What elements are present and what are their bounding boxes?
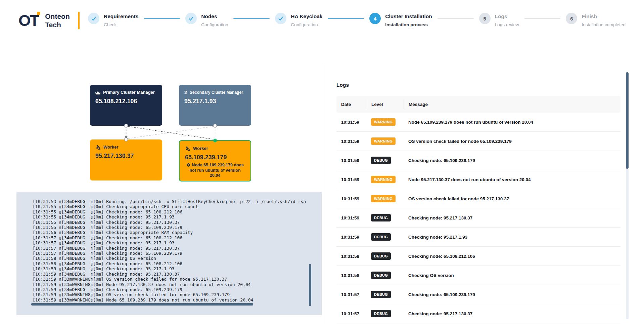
brand-wordmark: Onteon Tech (45, 12, 70, 29)
terminal-line: [10:31:55 ▯[34mDEBUG ▯[0m] Checking appr… (33, 204, 306, 209)
log-date: 10:31:59 (336, 177, 367, 182)
step-title: Logs (495, 13, 519, 19)
terminal-line: [10:31:59 ▯[33mWARNING▯[0m] OS version c… (33, 277, 306, 282)
log-date: 10:31:59 (336, 120, 367, 125)
step-connector (144, 18, 180, 19)
log-table-row: 10:31:58DEBUGChecking node: 65.108.212.1… (336, 247, 620, 266)
log-message: OS version check failed for node 95.217.… (404, 196, 620, 201)
terminal-lines: [10:31:53 ▯[34mDEBUG ▯[0m] Running: /usr… (33, 199, 306, 302)
node-role: 2Secondary Cluster Manager (184, 90, 246, 95)
step-connector (524, 18, 561, 19)
check-icon (278, 16, 283, 21)
step-subtitle: Installation process (385, 22, 432, 27)
stepper-step-finish[interactable]: 6Finish Installation completed (566, 13, 626, 27)
log-level-badge: DEBUG (371, 157, 391, 164)
terminal-line: [10:31:57 ▯[34mDEBUG ▯[0m] Checking node… (33, 251, 306, 256)
log-table-row: 10:31:57DEBUGChecking node: 95.217.130.3… (336, 304, 620, 323)
node-role: Worker (185, 146, 245, 151)
terminal-line: [10:31:59 ▯[33mWARNING▯[0m] OS version c… (33, 292, 306, 297)
log-message: Checking OS version (404, 273, 620, 278)
worker-icon (95, 145, 101, 150)
gear-icon (186, 163, 191, 167)
log-level-cell: WARNING (367, 118, 404, 126)
stepper-step-nodes[interactable]: Nodes Configuration (185, 13, 228, 27)
logs-table-body: 10:31:59WARNINGNode 65.109.239.179 does … (336, 113, 620, 323)
log-table-row: 10:31:59WARNINGOS version check failed f… (336, 132, 620, 151)
brand-name-line1: Onteon (45, 12, 70, 21)
step-number-circle: 5 (479, 13, 491, 24)
step-check-circle (88, 13, 99, 24)
log-date: 10:31:58 (336, 273, 367, 278)
logs-scrollbar-thumb[interactable] (626, 72, 629, 169)
log-message: Checking node: 95.217.130.37 (404, 215, 620, 220)
log-message: OS version check failed for node 65.109.… (404, 139, 620, 144)
step-connector (233, 18, 270, 19)
header: OT Onteon Tech Requirements CheckNodes C… (0, 0, 644, 42)
log-level-badge: WARNING (371, 195, 396, 202)
log-level-cell: WARNING (367, 137, 404, 145)
log-level-cell: DEBUG (367, 252, 404, 260)
brand-accent-square (37, 12, 40, 15)
stepper-step-ha-keycloak[interactable]: HA Keycloak Configuration (275, 13, 322, 27)
stepper: Requirements CheckNodes ConfigurationHA … (88, 13, 626, 27)
step-subtitle: Check (104, 22, 138, 27)
step-subtitle: Configuration (291, 22, 322, 27)
terminal-line: [10:31:59 ▯[34mDEBUG ▯[0m] Checking node… (33, 272, 306, 277)
log-level-badge: DEBUG (371, 310, 391, 317)
log-level-cell: DEBUG (367, 291, 404, 298)
node-card-65.108.212.106[interactable]: Primary Cluster Manager65.108.212.106 (90, 85, 162, 126)
terminal-line: [10:31:58 ▯[34mDEBUG ▯[0m] Checking OS v… (33, 256, 306, 261)
step-title: HA Keycloak (291, 13, 322, 19)
logs-table-header: Date Level Message (336, 96, 620, 113)
terminal-line: [10:31:55 ▯[34mDEBUG ▯[0m] Checking node… (33, 225, 306, 230)
log-level-badge: DEBUG (371, 252, 391, 260)
node-card-95.217.130.37[interactable]: Worker95.217.130.37 (90, 139, 162, 180)
log-level-badge: WARNING (371, 137, 396, 145)
log-table-row: 10:31:59DEBUGChecking node: 95.217.1.93 (336, 228, 620, 247)
terminal-line: [10:31:59 ▯[33mWARNING▯[0m] Node 95.217.… (33, 282, 306, 287)
log-date: 10:31:57 (336, 292, 367, 297)
log-level-badge: DEBUG (371, 291, 391, 298)
node-ip: 65.108.212.106 (95, 98, 157, 105)
log-message: Checking node: 95.217.130.37 (404, 311, 620, 316)
node-card-95.217.1.93[interactable]: 2Secondary Cluster Manager95.217.1.93 (179, 85, 251, 126)
log-level-badge: DEBUG (371, 214, 391, 221)
log-level-badge: WARNING (371, 176, 396, 183)
terminal-line: [10:31:55 ▯[34mDEBUG ▯[0m] Checking node… (33, 214, 306, 219)
log-level-badge: DEBUG (371, 272, 391, 279)
log-date: 10:31:58 (336, 254, 367, 259)
log-level-cell: WARNING (367, 176, 404, 183)
terminal-line: [10:31:59 ▯[34mDEBUG ▯[0m] Checking node… (33, 266, 306, 271)
terminal-line: [10:31:55 ▯[34mDEBUG ▯[0m] Checking node… (33, 220, 306, 225)
log-date: 10:31:59 (336, 235, 367, 240)
log-level-badge: DEBUG (371, 233, 391, 241)
log-message: Checking node: 95.217.1.93 (404, 235, 620, 240)
terminal-horizontal-scrollbar[interactable] (31, 303, 253, 306)
log-table-row: 10:31:57DEBUGChecking node: 65.109.239.1… (336, 285, 620, 304)
step-subtitle: Installation completed (582, 22, 626, 27)
terminal-line: [10:31:58 ▯[34mDEBUG ▯[0m] Checking node… (33, 261, 306, 266)
node-card-65.109.239.179[interactable]: Worker65.109.239.179Node 65.109.239.179 … (179, 140, 251, 181)
step-subtitle: Logs review (495, 22, 519, 27)
stepper-step-logs[interactable]: 5Logs Logs review (479, 13, 519, 27)
terminal-log[interactable]: [10:31:53 ▯[34mDEBUG ▯[0m] Running: /usr… (16, 192, 322, 315)
check-icon (91, 16, 96, 21)
brand-logo: OT Onteon Tech (18, 11, 80, 30)
stepper-step-requirements[interactable]: Requirements Check (88, 13, 138, 27)
brand-mark: OT (18, 11, 38, 30)
terminal-vertical-scrollbar[interactable] (309, 264, 311, 306)
log-date: 10:31:57 (336, 311, 367, 316)
step-title: Finish (582, 13, 626, 19)
log-table-row: 10:31:59DEBUGChecking node: 95.217.130.3… (336, 208, 620, 228)
step-number-circle: 6 (566, 13, 577, 24)
step-title: Cluster Installation (385, 13, 432, 19)
check-icon (189, 16, 193, 21)
log-level-cell: WARNING (367, 195, 404, 202)
brand-divider (78, 12, 80, 29)
log-level-cell: DEBUG (367, 157, 404, 164)
log-level-cell: DEBUG (367, 272, 404, 279)
log-date: 10:31:59 (336, 139, 367, 144)
terminal-line: [10:31:59 ▯[33mWARNING▯[0m] Node 65.109.… (33, 297, 306, 302)
log-date: 10:31:59 (336, 215, 367, 220)
stepper-step-cluster-installation[interactable]: 4Cluster Installation Installation proce… (369, 13, 432, 27)
